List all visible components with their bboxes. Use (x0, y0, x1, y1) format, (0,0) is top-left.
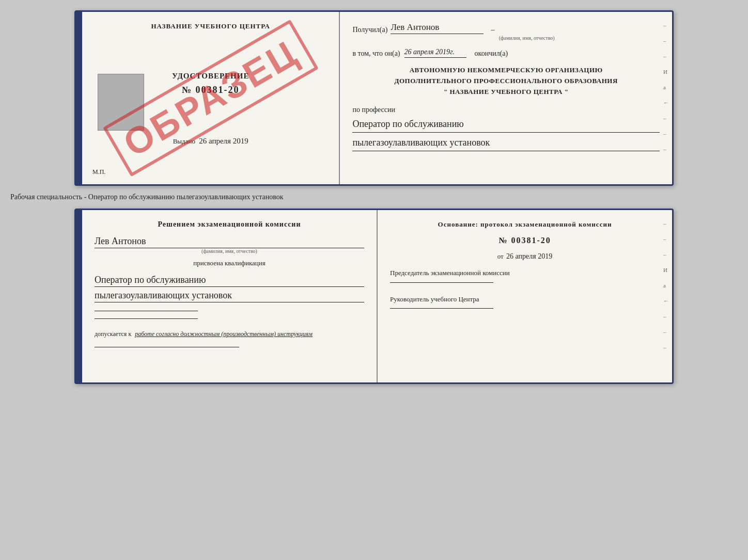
protocol-date-value: 26 апреля 2019 (506, 252, 552, 260)
qual-line2: пылегазоулавливающих установок (95, 290, 364, 302)
signature-line-2 (95, 318, 198, 319)
protocol-date-line: от 26 апреля 2019 (390, 252, 660, 261)
org-line3: " НАЗВАНИЕ УЧЕБНОГО ЦЕНТРА " (352, 87, 660, 98)
photo-placeholder (98, 74, 144, 131)
org-line2: ДОПОЛНИТЕЛЬНОГО ПРОФЕССИОНАЛЬНОГО ОБРАЗО… (352, 76, 660, 87)
signature-line-3 (95, 347, 239, 347)
allowed-prefix: допускается к (95, 330, 131, 338)
allowed-text-block: допускается к работе согласно должностны… (95, 329, 364, 339)
profession-block: по профессии Оператор по обслуживанию пы… (352, 104, 660, 151)
book-spine-bottom (76, 210, 82, 382)
protocol-number: № 00381-20 (390, 236, 660, 245)
right-side-marks-top: – – – И а ← – – – (663, 22, 669, 152)
bottom-fio-sublabel: (фамилия, имя, отчество) (95, 248, 364, 254)
profession-label: по профессии (352, 106, 395, 114)
qualification-block: Оператор по обслуживанию пылегазоулавлив… (95, 273, 364, 302)
org-block: АВТОНОМНУЮ НЕКОММЕРЧЕСКУЮ ОРГАНИЗАЦИЮ ДО… (352, 65, 660, 97)
basis-title: Основание: протокол экзаменационной коми… (390, 220, 660, 229)
bottom-left-page: Решением экзаменационной комиссии Лев Ан… (82, 210, 378, 382)
in-that-label: в том, что он(а) (352, 50, 400, 58)
institution-name-top: НАЗВАНИЕ УЧЕБНОГО ЦЕНТРА (151, 22, 270, 30)
top-right-page: Получил(а) Лев Антонов – (фамилия, имя, … (340, 12, 672, 184)
bottom-book-spread: Решением экзаменационной комиссии Лев Ан… (74, 209, 674, 384)
date-prefix: от (497, 252, 504, 260)
top-book-spread: НАЗВАНИЕ УЧЕБНОГО ЦЕНТРА ОБРАЗЕЦ УДОСТОВ… (74, 10, 674, 186)
allowed-text-content: работе согласно должностным (производств… (135, 330, 313, 338)
qual-line1: Оператор по обслуживанию (95, 275, 364, 287)
profession-line2: пылегазоулавливающих установок (352, 136, 660, 151)
certificate-page: НАЗВАНИЕ УЧЕБНОГО ЦЕНТРА ОБРАЗЕЦ УДОСТОВ… (10, 10, 738, 384)
middle-specialty-label: Рабочая специальность - Оператор по обсл… (10, 191, 284, 203)
recipient-name-top: Лев Антонов (391, 22, 484, 34)
top-left-page: НАЗВАНИЕ УЧЕБНОГО ЦЕНТРА ОБРАЗЕЦ УДОСТОВ… (82, 12, 340, 184)
book-spine-top (76, 12, 82, 184)
right-side-marks-bottom: – – – И а ← – – – (663, 220, 669, 350)
profession-line1: Оператор по обслуживанию (352, 117, 660, 133)
signature-line-1 (95, 311, 198, 311)
recipient-label: Получил(а) (352, 26, 387, 34)
cert-type-label: УДОСТОВЕРЕНИЕ (172, 72, 250, 81)
fio-sublabel-top: (фамилия, имя, отчество) (394, 35, 660, 41)
director-signature-line (390, 308, 493, 309)
completed-label: окончил(а) (475, 50, 508, 58)
completed-line: в том, что он(а) 26 апреля 2019г. окончи… (352, 48, 660, 58)
director-label: Руководитель учебного Центра (390, 294, 660, 309)
qualification-label: присвоена квалификация (95, 259, 364, 267)
chairman-label: Председатель экзаменационной комиссии (390, 268, 660, 283)
mp-label: М.П. (92, 168, 105, 176)
completed-date: 26 апреля 2019г. (404, 48, 466, 58)
issued-line: Выдано 26 апреля 2019 (173, 137, 248, 146)
decision-title: Решением экзаменационной комиссии (95, 220, 364, 229)
dash1: – (491, 26, 494, 34)
recipient-line: Получил(а) Лев Антонов – (352, 22, 660, 34)
bottom-right-page: Основание: протокол экзаменационной коми… (378, 210, 672, 382)
issued-date: 26 апреля 2019 (199, 137, 248, 145)
cert-number: № 00381-20 (172, 85, 250, 95)
bottom-recipient-name: Лев Антонов (95, 236, 364, 248)
chairman-signature-line (390, 282, 493, 283)
issued-label: Выдано (173, 137, 195, 145)
org-line1: АВТОНОМНУЮ НЕКОММЕРЧЕСКУЮ ОРГАНИЗАЦИЮ (352, 65, 660, 76)
